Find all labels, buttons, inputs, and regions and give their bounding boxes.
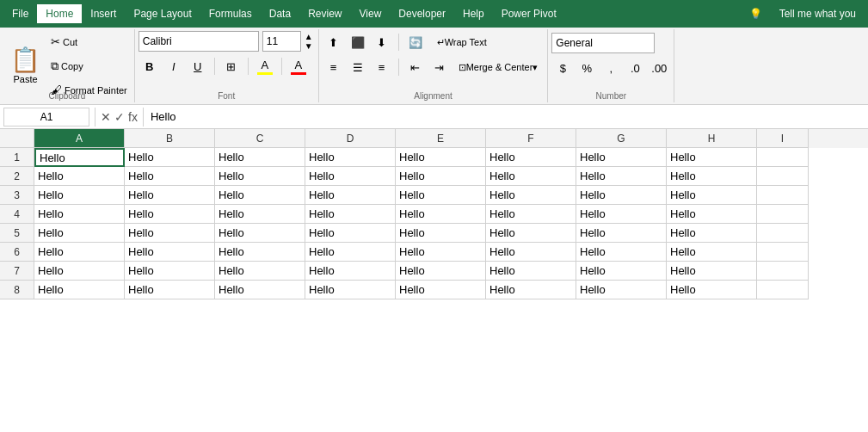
cell-E8[interactable]: Hello bbox=[396, 281, 486, 299]
insert-function-icon[interactable]: fx bbox=[128, 110, 138, 124]
comma-format-button[interactable]: , bbox=[600, 57, 622, 79]
cell-A2[interactable]: Hello bbox=[34, 167, 125, 186]
col-header-A[interactable]: A bbox=[34, 129, 125, 148]
cell-C6[interactable]: Hello bbox=[215, 243, 305, 262]
increase-indent-button[interactable]: ⇥ bbox=[428, 56, 451, 78]
underline-button[interactable]: U bbox=[187, 55, 209, 77]
font-size-input[interactable] bbox=[262, 31, 301, 52]
cell-A3[interactable]: Hello bbox=[34, 186, 125, 205]
row-header-2[interactable]: 2 bbox=[0, 167, 34, 186]
row-header-7[interactable]: 7 bbox=[0, 262, 34, 281]
cell-C2[interactable]: Hello bbox=[215, 167, 305, 186]
cell-C4[interactable]: Hello bbox=[215, 205, 305, 224]
menu-power-pivot[interactable]: Power Pivot bbox=[493, 4, 565, 23]
cell-F2[interactable]: Hello bbox=[486, 167, 576, 186]
row-header-8[interactable]: 8 bbox=[0, 281, 34, 299]
cell-H7[interactable]: Hello bbox=[667, 262, 757, 281]
cell-E2[interactable]: Hello bbox=[396, 167, 486, 186]
formula-input[interactable] bbox=[145, 108, 868, 125]
font-color-button[interactable]: A bbox=[287, 58, 310, 76]
bold-button[interactable]: B bbox=[139, 55, 161, 77]
align-bottom-button[interactable]: ⬇ bbox=[371, 31, 393, 53]
cell-F1[interactable]: Hello bbox=[486, 148, 576, 167]
cell-B7[interactable]: Hello bbox=[125, 262, 215, 281]
cell-A1[interactable]: Hello bbox=[34, 148, 125, 167]
cell-H2[interactable]: Hello bbox=[667, 167, 757, 186]
paste-button[interactable]: 📋 Paste bbox=[3, 31, 47, 101]
cell-I5[interactable] bbox=[757, 224, 809, 243]
align-center-button[interactable]: ☰ bbox=[347, 56, 369, 78]
align-left-button[interactable]: ≡ bbox=[323, 56, 345, 78]
row-header-1[interactable]: 1 bbox=[0, 148, 34, 167]
cell-I1[interactable] bbox=[757, 148, 809, 167]
cell-F3[interactable]: Hello bbox=[486, 186, 576, 205]
cell-H6[interactable]: Hello bbox=[667, 243, 757, 262]
col-header-E[interactable]: E bbox=[396, 129, 486, 148]
row-header-3[interactable]: 3 bbox=[0, 186, 34, 205]
cell-G7[interactable]: Hello bbox=[576, 262, 667, 281]
cell-E3[interactable]: Hello bbox=[396, 186, 486, 205]
cell-C3[interactable]: Hello bbox=[215, 186, 305, 205]
cell-F4[interactable]: Hello bbox=[486, 205, 576, 224]
cell-F8[interactable]: Hello bbox=[486, 281, 576, 299]
cell-C7[interactable]: Hello bbox=[215, 262, 305, 281]
number-format-input[interactable] bbox=[551, 33, 655, 53]
confirm-formula-icon[interactable]: ✓ bbox=[114, 110, 125, 124]
font-size-increase[interactable]: ▲ bbox=[303, 32, 315, 41]
cell-B3[interactable]: Hello bbox=[125, 186, 215, 205]
cell-I8[interactable] bbox=[757, 281, 809, 299]
cell-B1[interactable]: Hello bbox=[125, 148, 215, 167]
cut-button[interactable]: ✂ Cut bbox=[47, 34, 131, 49]
cell-H1[interactable]: Hello bbox=[667, 148, 757, 167]
menu-review[interactable]: Review bbox=[299, 4, 350, 23]
cell-E1[interactable]: Hello bbox=[396, 148, 486, 167]
cell-C1[interactable]: Hello bbox=[215, 148, 305, 167]
cell-A6[interactable]: Hello bbox=[34, 243, 125, 262]
align-top-button[interactable]: ⬆ bbox=[323, 31, 345, 53]
menu-formulas[interactable]: Formulas bbox=[200, 4, 261, 23]
cell-E6[interactable]: Hello bbox=[396, 243, 486, 262]
cancel-formula-icon[interactable]: ✕ bbox=[101, 110, 111, 124]
cell-I6[interactable] bbox=[757, 243, 809, 262]
cell-G4[interactable]: Hello bbox=[576, 205, 667, 224]
font-size-decrease[interactable]: ▼ bbox=[303, 41, 315, 51]
cell-D2[interactable]: Hello bbox=[305, 167, 396, 186]
copy-button[interactable]: ⧉ Copy bbox=[47, 59, 131, 74]
decrease-decimal-button[interactable]: .00 bbox=[648, 57, 670, 79]
wrap-text-button[interactable]: ↵ Wrap Text bbox=[432, 35, 492, 50]
cell-A8[interactable]: Hello bbox=[34, 281, 125, 299]
cell-D1[interactable]: Hello bbox=[305, 148, 396, 167]
cell-D3[interactable]: Hello bbox=[305, 186, 396, 205]
col-header-I[interactable]: I bbox=[757, 129, 809, 148]
font-name-input[interactable] bbox=[139, 31, 259, 52]
menu-lightbulb-icon[interactable]: 💡 bbox=[741, 4, 771, 23]
cell-H3[interactable]: Hello bbox=[667, 186, 757, 205]
increase-decimal-button[interactable]: .0 bbox=[624, 57, 646, 79]
cell-I3[interactable] bbox=[757, 186, 809, 205]
cell-G3[interactable]: Hello bbox=[576, 186, 667, 205]
cell-B8[interactable]: Hello bbox=[125, 281, 215, 299]
cell-G5[interactable]: Hello bbox=[576, 224, 667, 243]
cell-E7[interactable]: Hello bbox=[396, 262, 486, 281]
cell-I4[interactable] bbox=[757, 205, 809, 224]
cell-C8[interactable]: Hello bbox=[215, 281, 305, 299]
merge-center-button[interactable]: ⊡ Merge & Center ▾ bbox=[452, 59, 545, 76]
accounting-format-button[interactable]: $ bbox=[551, 57, 574, 79]
col-header-H[interactable]: H bbox=[667, 129, 757, 148]
cell-G6[interactable]: Hello bbox=[576, 243, 667, 262]
cell-B2[interactable]: Hello bbox=[125, 167, 215, 186]
cell-A5[interactable]: Hello bbox=[34, 224, 125, 243]
cell-D6[interactable]: Hello bbox=[305, 243, 396, 262]
cell-D8[interactable]: Hello bbox=[305, 281, 396, 299]
menu-data[interactable]: Data bbox=[261, 4, 299, 23]
menu-home[interactable]: Home bbox=[37, 4, 82, 23]
col-header-F[interactable]: F bbox=[486, 129, 576, 148]
cell-I2[interactable] bbox=[757, 167, 809, 186]
cell-F7[interactable]: Hello bbox=[486, 262, 576, 281]
cell-A4[interactable]: Hello bbox=[34, 205, 125, 224]
cell-B6[interactable]: Hello bbox=[125, 243, 215, 262]
cell-A7[interactable]: Hello bbox=[34, 262, 125, 281]
borders-button[interactable]: ⊞ bbox=[220, 55, 243, 77]
menu-view[interactable]: View bbox=[351, 4, 391, 23]
orient-text-button[interactable]: 🔄 bbox=[404, 31, 427, 53]
